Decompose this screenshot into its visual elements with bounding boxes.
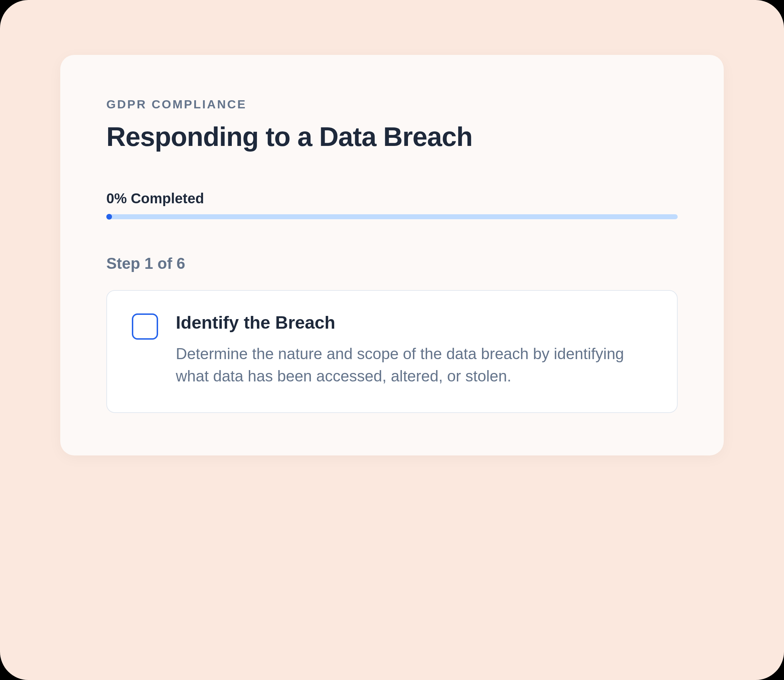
step-title: Identify the Breach bbox=[176, 312, 652, 333]
page-title: Responding to a Data Breach bbox=[106, 122, 678, 151]
step-card: Identify the Breach Determine the nature… bbox=[106, 290, 678, 413]
step-description: Determine the nature and scope of the da… bbox=[176, 343, 652, 388]
step-checkbox[interactable] bbox=[132, 313, 158, 340]
step-content: Identify the Breach Determine the nature… bbox=[176, 312, 652, 388]
background-panel: GDPR COMPLIANCE Responding to a Data Bre… bbox=[0, 0, 784, 680]
step-indicator: Step 1 of 6 bbox=[106, 255, 678, 272]
category-eyebrow: GDPR COMPLIANCE bbox=[106, 98, 678, 111]
main-card: GDPR COMPLIANCE Responding to a Data Bre… bbox=[60, 55, 724, 455]
progress-fill bbox=[106, 214, 112, 220]
progress-bar bbox=[106, 214, 678, 219]
progress-label: 0% Completed bbox=[106, 190, 678, 206]
